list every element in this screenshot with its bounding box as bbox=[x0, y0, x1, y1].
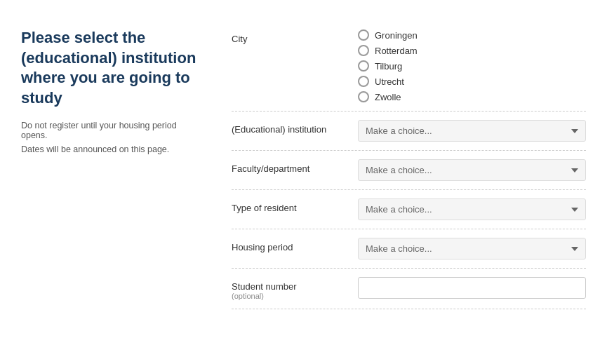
student-label: Student number (optional) bbox=[232, 277, 358, 300]
radio-circle bbox=[358, 29, 369, 41]
radio-label: Zwolle bbox=[375, 92, 401, 102]
page-title: Please select the (educational) institut… bbox=[21, 28, 204, 108]
housing-select[interactable]: Make a choice... bbox=[358, 238, 586, 259]
faculty-row: Faculty/department Make a choice... bbox=[232, 151, 586, 190]
radio-item[interactable]: Rotterdam bbox=[358, 45, 586, 56]
radio-circle bbox=[358, 76, 369, 87]
radio-circle bbox=[358, 91, 369, 102]
faculty-control: Make a choice... bbox=[358, 159, 586, 181]
radio-item[interactable]: Utrecht bbox=[358, 76, 586, 87]
radio-item[interactable]: Groningen bbox=[358, 29, 586, 41]
housing-label: Housing period bbox=[232, 238, 358, 252]
student-control bbox=[358, 277, 586, 299]
subtitle1: Do not register until your housing perio… bbox=[21, 121, 204, 140]
faculty-select[interactable]: Make a choice... bbox=[358, 159, 586, 181]
housing-control: Make a choice... bbox=[358, 238, 586, 259]
radio-circle bbox=[358, 60, 369, 72]
resident-label: Type of resident bbox=[232, 198, 358, 213]
city-options: GroningenRotterdamTilburgUtrechtZwolle bbox=[358, 29, 586, 102]
radio-label: Tilburg bbox=[375, 61, 402, 72]
radio-circle bbox=[358, 45, 369, 56]
housing-row: Housing period Make a choice... bbox=[232, 229, 586, 269]
resident-row: Type of resident Make a choice... bbox=[232, 190, 586, 229]
radio-label: Utrecht bbox=[375, 76, 404, 87]
resident-select[interactable]: Make a choice... bbox=[358, 198, 586, 220]
city-row: City GroningenRotterdamTilburgUtrechtZwo… bbox=[232, 21, 586, 112]
student-input[interactable] bbox=[358, 277, 586, 299]
radio-label: Rotterdam bbox=[375, 46, 418, 56]
institution-control: Make a choice... bbox=[358, 120, 586, 142]
institution-label: (Educational) institution bbox=[232, 120, 358, 135]
faculty-label: Faculty/department bbox=[232, 159, 358, 174]
city-label: City bbox=[232, 29, 358, 44]
institution-row: (Educational) institution Make a choice.… bbox=[232, 112, 586, 151]
radio-item[interactable]: Tilburg bbox=[358, 60, 586, 72]
institution-select[interactable]: Make a choice... bbox=[358, 120, 586, 142]
student-row: Student number (optional) bbox=[232, 269, 586, 309]
radio-label: Groningen bbox=[375, 30, 418, 41]
radio-item[interactable]: Zwolle bbox=[358, 91, 586, 102]
subtitle2: Dates will be announced on this page. bbox=[21, 144, 204, 154]
resident-control: Make a choice... bbox=[358, 198, 586, 220]
